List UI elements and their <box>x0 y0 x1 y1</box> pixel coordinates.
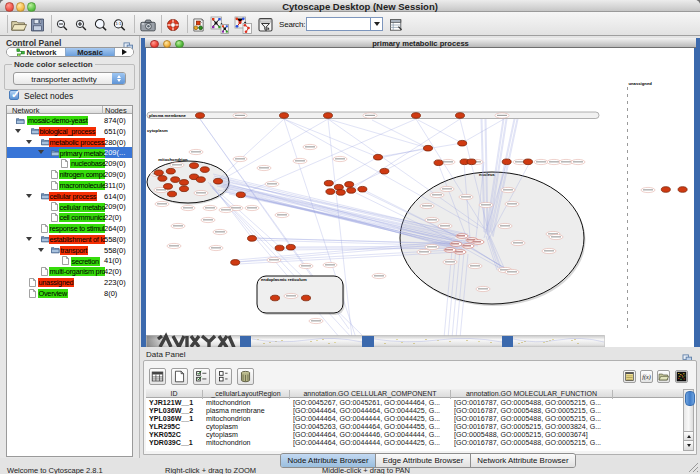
network-canvas[interactable]: nucleusmitochondrionplasma membranecytop… <box>146 48 694 348</box>
select-attributes-button[interactable] <box>193 368 210 385</box>
network-node[interactable] <box>180 186 189 192</box>
snapshot-camera-button[interactable] <box>139 16 157 34</box>
annotation-button[interactable] <box>258 16 273 34</box>
network-node[interactable] <box>236 192 245 198</box>
network-node[interactable] <box>678 187 687 193</box>
network-node[interactable] <box>231 260 240 266</box>
column-header-2[interactable]: annotation.GO CELLULAR_COMPONENT <box>290 390 451 399</box>
tree-row-macromolecule[interactable]: macromolecule311(0) <box>7 180 132 191</box>
network-node[interactable] <box>196 177 205 183</box>
open-file-button[interactable] <box>10 16 27 34</box>
tree-row-response-to-stimul[interactable]: response to stimul264(0) <box>7 223 132 234</box>
tab-network[interactable]: Network <box>7 48 65 56</box>
table-scrollbar[interactable] <box>683 389 694 451</box>
tree-row-cellular-process[interactable]: cellular process614(0) <box>7 191 132 202</box>
tree-row-secretion[interactable]: secretion41(0) <box>7 255 132 266</box>
tree-row-cellular-metabo[interactable]: cellular metabo209(0) <box>7 201 132 212</box>
resize-grip-icon[interactable] <box>688 462 699 473</box>
tree-row-nucleobase-c[interactable]: nucleobase-c209(0) <box>7 158 132 169</box>
table-row-YDR039C__1[interactable]: YDR039C__1mitochondrion[GO:0044464, GO:0… <box>146 439 686 447</box>
tree-row-transport[interactable]: transport558(0) <box>7 245 132 256</box>
select-nodes-checkbox[interactable]: ✓ <box>9 90 19 100</box>
column-header-3[interactable]: annotation.GO MOLECULAR_FUNCTION <box>451 390 613 399</box>
network-node[interactable] <box>661 187 670 193</box>
network-node[interactable] <box>374 154 383 160</box>
network-node[interactable] <box>334 184 343 190</box>
more-tabs-button[interactable] <box>115 48 133 56</box>
import-attributes-button[interactable] <box>623 370 636 383</box>
search-dropdown-button[interactable] <box>370 17 383 31</box>
network-node[interactable] <box>171 177 180 183</box>
network-node[interactable] <box>434 160 443 166</box>
tree-row-mosaic-demo-yeast[interactable]: mosaic-demo-yeast874(0) <box>7 115 132 126</box>
scroll-down-button[interactable] <box>684 440 693 450</box>
network-node[interactable] <box>271 295 280 301</box>
network-node[interactable] <box>190 163 199 169</box>
search-input[interactable] <box>306 17 370 31</box>
table-row-YPL036W__1[interactable]: YPL036W__1mitochondrion[GO:0044464, GO:0… <box>146 415 686 423</box>
network-node[interactable] <box>214 178 223 184</box>
tree-row-multi-organism-pro[interactable]: multi-organism pro42(0) <box>7 266 132 277</box>
network-node[interactable] <box>324 113 333 119</box>
tab-node-attribute-browser[interactable]: Node Attribute Browser <box>281 454 376 467</box>
attribute-browser-button[interactable] <box>388 16 404 34</box>
tree-row-overview[interactable]: Overview8(0) <box>7 288 132 299</box>
network-node[interactable] <box>248 236 257 242</box>
expand-arrow-icon[interactable] <box>26 237 32 241</box>
network-node[interactable] <box>168 191 177 197</box>
network-node[interactable] <box>467 159 476 165</box>
network-node[interactable] <box>412 113 421 119</box>
network-node[interactable] <box>324 180 333 186</box>
tree-row-unassigned[interactable]: unassigned223(0) <box>7 277 132 288</box>
table-row-YKR052C[interactable]: YKR052Ccytoplasm[GO:0044464, GO:0044446,… <box>146 431 686 439</box>
column-header-1[interactable]: _cellularLayoutRegion <box>203 390 290 399</box>
zoom-in-button[interactable] <box>74 16 88 34</box>
zoom-out-button[interactable] <box>55 16 69 34</box>
network-node[interactable] <box>336 190 345 196</box>
window-titlebar[interactable]: Cytoscape Desktop (New Session) <box>0 0 700 12</box>
open-attr-file-button[interactable] <box>657 370 670 383</box>
combobox-stepper-icon[interactable] <box>112 73 125 84</box>
apply-layout-button[interactable] <box>210 16 229 34</box>
network-node[interactable] <box>358 186 367 192</box>
vizmapper-button[interactable] <box>192 16 205 34</box>
tab-edge-attribute-browser[interactable]: Edge Attribute Browser <box>376 454 471 467</box>
network-node[interactable] <box>286 244 295 250</box>
network-node[interactable] <box>326 189 335 195</box>
network-node[interactable] <box>166 168 175 174</box>
delete-attribute-button[interactable] <box>237 368 254 385</box>
tree-row-cell-communicat[interactable]: cell communicat22(0) <box>7 212 132 223</box>
zoom-actual-button[interactable] <box>112 16 127 34</box>
tree-row-primary-metabo[interactable]: primary metabo209(... <box>7 147 132 158</box>
network-node[interactable] <box>180 180 189 186</box>
tree-row-biological-process[interactable]: biological_process651(0) <box>7 126 132 137</box>
scrollbar-thumb[interactable] <box>685 391 695 406</box>
network-node[interactable] <box>196 113 205 119</box>
expand-arrow-icon[interactable] <box>38 150 44 154</box>
expand-arrow-icon[interactable] <box>38 248 44 252</box>
tree-row-nitrogen-compo[interactable]: nitrogen compo209(0) <box>7 169 132 180</box>
network-node[interactable] <box>458 140 467 146</box>
network-node[interactable] <box>200 167 209 173</box>
unselect-attributes-button[interactable] <box>215 368 232 385</box>
table-row-YJR121W__1[interactable]: YJR121W__1mitochondrion[GO:0045267, GO:0… <box>146 399 686 407</box>
network-node[interactable] <box>380 168 389 174</box>
network-node[interactable] <box>347 188 356 194</box>
expand-arrow-icon[interactable] <box>26 194 32 198</box>
tab-mosaic[interactable]: Mosaic <box>65 48 115 56</box>
network-node[interactable] <box>302 295 311 301</box>
network-node[interactable] <box>154 170 163 176</box>
table-row-YLR295C[interactable]: YLR295Ccytoplasm[GO:0045263, GO:0044464,… <box>146 423 686 431</box>
node-color-combobox[interactable]: transporter activity <box>13 72 126 85</box>
tree-row-metabolic-process[interactable]: metabolic process280(0) <box>7 137 132 148</box>
network-node[interactable] <box>524 159 533 165</box>
expand-arrow-icon[interactable] <box>15 129 21 133</box>
network-view-titlebar[interactable]: primary metabolic process <box>145 38 696 48</box>
matrix-button[interactable] <box>675 370 688 383</box>
network-node[interactable] <box>275 245 284 251</box>
network-node[interactable] <box>158 176 167 182</box>
expand-arrow-icon[interactable] <box>26 140 32 144</box>
formula-button[interactable] <box>640 370 653 383</box>
help-lifebuoy-button[interactable] <box>165 16 181 34</box>
save-button[interactable] <box>29 16 46 34</box>
